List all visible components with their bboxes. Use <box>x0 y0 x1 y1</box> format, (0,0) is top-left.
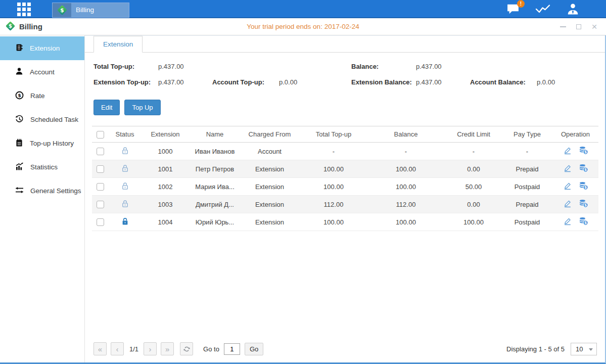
column-header-balance[interactable]: Balance <box>368 126 443 143</box>
svg-text:$: $ <box>584 185 586 190</box>
prev-page-button[interactable]: ‹ <box>111 342 124 355</box>
sidebar-item-account[interactable]: Account <box>0 60 84 84</box>
row-checkbox[interactable] <box>97 165 104 173</box>
user-icon[interactable] <box>566 3 580 15</box>
extension-topup-label: Extension Top-up: <box>94 78 158 86</box>
svg-text:$: $ <box>9 23 12 29</box>
sidebar-item-extension[interactable]: Extension <box>0 36 84 60</box>
sliders-icon <box>15 187 24 195</box>
billing-app-icon: $ <box>53 3 71 17</box>
notepad-icon <box>15 139 23 149</box>
sidebar-item-scheduled-task[interactable]: Scheduled Task <box>0 108 84 131</box>
dollar-coin-icon: $ <box>15 91 24 101</box>
person-icon <box>15 67 23 77</box>
credit-limit-cell: 0.00 <box>443 196 504 213</box>
status-cell <box>108 160 142 178</box>
status-cell <box>108 143 142 160</box>
messages-icon[interactable]: ! <box>506 4 520 15</box>
maximize-icon[interactable] <box>575 23 582 30</box>
column-header-status[interactable]: Status <box>108 126 142 143</box>
topup-row-icon[interactable]: $ <box>579 217 588 227</box>
total-topup-label: Total Top-up: <box>94 63 158 70</box>
topup-row-icon[interactable]: $ <box>579 181 588 192</box>
page-size-value: 10 <box>576 345 583 353</box>
chevron-down-icon <box>589 348 593 351</box>
last-page-button[interactable]: » <box>161 342 174 355</box>
bar-chart-icon <box>15 162 24 172</box>
total-topup-cell: - <box>299 143 368 160</box>
column-header-select <box>92 126 108 143</box>
tab-extension[interactable]: Extension <box>94 36 143 53</box>
app-launcher-icon[interactable] <box>17 3 31 16</box>
refresh-icon[interactable] <box>180 342 193 355</box>
credit-limit-cell: - <box>443 143 504 160</box>
close-icon[interactable]: × <box>591 23 598 30</box>
sidebar-item-label: Rate <box>30 92 45 100</box>
edit-row-icon[interactable] <box>563 217 572 227</box>
top-up-button[interactable]: Top Up <box>124 100 160 115</box>
row-checkbox[interactable] <box>97 218 104 226</box>
charged-from-cell: Extension <box>241 213 299 231</box>
operation-cell: $ <box>550 160 598 178</box>
svg-text:$: $ <box>60 7 64 13</box>
row-checkbox[interactable] <box>97 148 104 155</box>
goto-page-input[interactable] <box>224 343 240 355</box>
pay-type-cell: - <box>504 143 550 160</box>
column-header-operation[interactable]: Operation <box>550 126 598 143</box>
edit-row-icon[interactable] <box>563 182 572 192</box>
sidebar-item-rate[interactable]: $ Rate <box>0 84 84 108</box>
charged-from-cell: Extension <box>241 196 299 213</box>
topup-row-icon[interactable]: $ <box>579 164 588 174</box>
history-clock-icon <box>15 115 24 125</box>
sidebar-item-general-settings[interactable]: General Settings <box>0 179 84 203</box>
column-header-credit-limit[interactable]: Credit Limit <box>443 126 504 143</box>
name-cell: Дмитрий Д... <box>189 196 241 213</box>
sidebar-item-label: Statistics <box>30 163 58 171</box>
go-button[interactable]: Go <box>245 343 263 355</box>
extension-topup-value: p.437.00 <box>158 78 212 86</box>
pay-type-cell: Prepaid <box>504 196 550 213</box>
topup-row-icon[interactable]: $ <box>579 199 588 209</box>
column-header-total-top-up[interactable]: Total Top-up <box>299 126 368 143</box>
balance-cell: 100.00 <box>368 213 443 231</box>
name-cell: Мария Ива... <box>189 178 241 196</box>
first-page-button[interactable]: « <box>94 342 107 355</box>
topbar: $ Billing ! <box>0 0 606 18</box>
status-cell <box>108 178 142 196</box>
sidebar-item-topup-history[interactable]: Top-up History <box>0 131 84 155</box>
edit-button[interactable]: Edit <box>94 100 120 115</box>
monitor-chart-icon[interactable] <box>535 4 551 15</box>
column-header-name[interactable]: Name <box>189 126 241 143</box>
edit-row-icon[interactable] <box>563 164 572 174</box>
balance-cell: 100.00 <box>368 178 443 196</box>
status-locked-icon <box>121 219 129 227</box>
topbar-tab-billing[interactable]: $ Billing <box>52 3 129 18</box>
status-unlocked-icon <box>121 166 129 174</box>
column-header-charged-from[interactable]: Charged From <box>241 126 299 143</box>
operation-cell: $ <box>550 178 598 196</box>
total-topup-cell: 100.00 <box>299 178 368 196</box>
row-checkbox[interactable] <box>97 183 104 191</box>
select-all-checkbox[interactable] <box>97 131 104 139</box>
ledger-icon <box>15 43 23 53</box>
sidebar-item-statistics[interactable]: Statistics <box>0 155 84 179</box>
window-titlebar: $ Billing Your trial period ends on: 201… <box>0 18 606 35</box>
topup-row-icon[interactable]: $ <box>579 146 588 156</box>
column-header-pay-type[interactable]: Pay Type <box>504 126 550 143</box>
account-topup-label: Account Top-up: <box>212 78 279 86</box>
credit-limit-cell: 0.00 <box>443 160 504 178</box>
next-page-button[interactable]: › <box>144 342 157 355</box>
credit-limit-cell: 100.00 <box>443 213 504 231</box>
table-row: 1003 Дмитрий Д... Extension 112.00 112.0… <box>92 196 598 213</box>
minimize-icon[interactable] <box>560 23 567 30</box>
column-header-extension[interactable]: Extension <box>142 126 189 143</box>
edit-row-icon[interactable] <box>563 147 572 156</box>
table-row: 1004 Юрий Юрь... Extension 100.00 100.00… <box>92 213 598 231</box>
edit-row-icon[interactable] <box>563 200 572 209</box>
billing-window-icon: $ <box>5 21 16 33</box>
extension-cell: 1003 <box>142 196 189 213</box>
page-size-select[interactable]: 10 <box>571 343 597 355</box>
credit-limit-cell: 50.00 <box>443 178 504 196</box>
row-checkbox[interactable] <box>97 201 104 208</box>
name-cell: Юрий Юрь... <box>189 213 241 231</box>
